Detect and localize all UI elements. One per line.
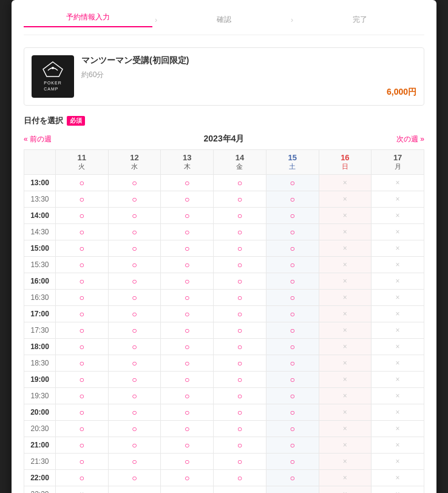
- slot-cell[interactable]: ○: [266, 224, 319, 240]
- available-slot[interactable]: ○: [80, 276, 84, 286]
- available-slot[interactable]: ○: [290, 424, 294, 433]
- slot-cell[interactable]: ○: [161, 208, 214, 224]
- slot-cell[interactable]: ○: [108, 322, 161, 339]
- available-slot[interactable]: ○: [290, 227, 294, 237]
- slot-cell[interactable]: ○: [108, 191, 161, 208]
- slot-cell[interactable]: ○: [266, 257, 319, 273]
- slot-cell[interactable]: ○: [161, 388, 214, 404]
- available-slot[interactable]: ○: [132, 178, 137, 188]
- slot-cell[interactable]: ○: [214, 224, 266, 240]
- slot-cell[interactable]: ○: [214, 273, 266, 290]
- slot-cell[interactable]: ○: [214, 404, 266, 421]
- available-slot[interactable]: ○: [237, 243, 242, 253]
- available-slot[interactable]: ○: [80, 457, 84, 466]
- available-slot[interactable]: ○: [290, 309, 294, 319]
- available-slot[interactable]: ○: [237, 211, 242, 220]
- available-slot[interactable]: ○: [80, 473, 84, 483]
- available-slot[interactable]: ○: [132, 489, 137, 493]
- slot-cell[interactable]: ○: [56, 273, 109, 290]
- available-slot[interactable]: ○: [237, 358, 242, 368]
- slot-cell[interactable]: ○: [108, 224, 161, 240]
- available-slot[interactable]: ○: [290, 473, 294, 483]
- slot-cell[interactable]: ○: [266, 208, 319, 224]
- slot-cell[interactable]: ○: [161, 454, 214, 470]
- slot-cell[interactable]: ○: [161, 191, 214, 208]
- slot-cell[interactable]: ○: [161, 240, 214, 257]
- available-slot[interactable]: ○: [290, 407, 294, 417]
- available-slot[interactable]: ○: [80, 391, 84, 401]
- available-slot[interactable]: ○: [185, 424, 189, 433]
- prev-week-button[interactable]: « 前の週: [24, 134, 52, 144]
- slot-cell[interactable]: ○: [266, 339, 319, 355]
- available-slot[interactable]: ○: [185, 309, 189, 319]
- slot-cell[interactable]: ○: [56, 290, 109, 306]
- available-slot[interactable]: ○: [185, 473, 189, 483]
- slot-cell[interactable]: ○: [214, 240, 266, 257]
- slot-cell[interactable]: ○: [266, 388, 319, 404]
- available-slot[interactable]: ○: [80, 325, 84, 335]
- available-slot[interactable]: ○: [132, 424, 137, 433]
- slot-cell[interactable]: ○: [108, 437, 161, 454]
- slot-cell[interactable]: ○: [161, 486, 214, 494]
- slot-cell[interactable]: ○: [214, 339, 266, 355]
- available-slot[interactable]: ○: [237, 227, 242, 237]
- slot-cell[interactable]: ○: [214, 470, 266, 486]
- available-slot[interactable]: ○: [132, 211, 137, 220]
- slot-cell[interactable]: ○: [56, 240, 109, 257]
- slot-cell[interactable]: ○: [161, 470, 214, 486]
- available-slot[interactable]: ○: [290, 457, 294, 466]
- available-slot[interactable]: ○: [185, 342, 189, 352]
- available-slot[interactable]: ○: [290, 342, 294, 352]
- available-slot[interactable]: ○: [185, 375, 189, 384]
- available-slot[interactable]: ○: [237, 178, 242, 188]
- available-slot[interactable]: ○: [80, 243, 84, 253]
- available-slot[interactable]: ○: [80, 440, 84, 450]
- slot-cell[interactable]: ○: [56, 208, 109, 224]
- available-slot[interactable]: ○: [290, 243, 294, 253]
- available-slot[interactable]: ○: [80, 178, 84, 188]
- available-slot[interactable]: ○: [185, 178, 189, 188]
- available-slot[interactable]: ○: [185, 293, 189, 302]
- slot-cell[interactable]: ○: [161, 421, 214, 437]
- available-slot[interactable]: ○: [132, 342, 137, 352]
- available-slot[interactable]: ○: [237, 440, 242, 450]
- available-slot[interactable]: ○: [80, 342, 84, 352]
- available-slot[interactable]: ○: [132, 276, 137, 286]
- available-slot[interactable]: ○: [237, 407, 242, 417]
- available-slot[interactable]: ○: [290, 391, 294, 401]
- available-slot[interactable]: ○: [132, 309, 137, 319]
- slot-cell[interactable]: ○: [161, 404, 214, 421]
- available-slot[interactable]: ○: [290, 440, 294, 450]
- slot-cell[interactable]: ○: [108, 404, 161, 421]
- available-slot[interactable]: ○: [185, 243, 189, 253]
- slot-cell[interactable]: ○: [161, 372, 214, 388]
- available-slot[interactable]: ○: [237, 194, 242, 204]
- slot-cell[interactable]: ○: [108, 355, 161, 372]
- available-slot[interactable]: ○: [185, 457, 189, 466]
- slot-cell[interactable]: ○: [214, 322, 266, 339]
- available-slot[interactable]: ○: [185, 194, 189, 204]
- slot-cell[interactable]: ○: [56, 322, 109, 339]
- slot-cell[interactable]: ○: [161, 339, 214, 355]
- available-slot[interactable]: ○: [132, 375, 137, 384]
- available-slot[interactable]: ○: [132, 440, 137, 450]
- available-slot[interactable]: ○: [132, 260, 137, 270]
- slot-cell[interactable]: ○: [266, 290, 319, 306]
- available-slot[interactable]: ○: [237, 325, 242, 335]
- available-slot[interactable]: ○: [290, 260, 294, 270]
- available-slot[interactable]: ○: [290, 325, 294, 335]
- available-slot[interactable]: ○: [185, 391, 189, 401]
- slot-cell[interactable]: ○: [161, 355, 214, 372]
- available-slot[interactable]: ○: [132, 473, 137, 483]
- slot-cell[interactable]: ○: [214, 257, 266, 273]
- slot-cell[interactable]: ○: [214, 388, 266, 404]
- available-slot[interactable]: ○: [290, 489, 294, 493]
- slot-cell[interactable]: ○: [161, 257, 214, 273]
- available-slot[interactable]: ○: [132, 407, 137, 417]
- slot-cell[interactable]: ○: [108, 372, 161, 388]
- available-slot[interactable]: ○: [80, 407, 84, 417]
- slot-cell[interactable]: ○: [214, 454, 266, 470]
- slot-cell[interactable]: ○: [108, 388, 161, 404]
- slot-cell[interactable]: ○: [161, 437, 214, 454]
- available-slot[interactable]: ○: [80, 227, 84, 237]
